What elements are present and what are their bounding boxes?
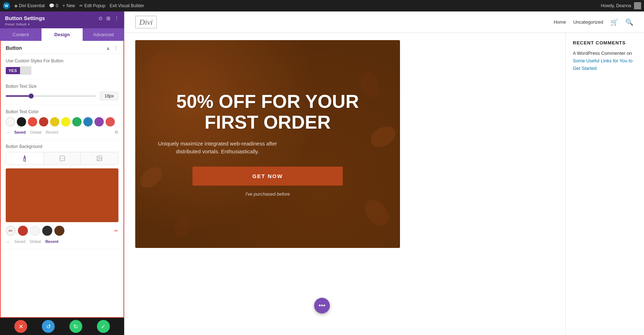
section-more-icon[interactable]: ⋮ <box>113 45 118 51</box>
image-icon <box>96 155 103 162</box>
left-panel: Button Settings ⊙ ⊞ ⋮ Preset: Default ▾ … <box>0 11 125 335</box>
nav-link-home[interactable]: Home <box>553 19 566 25</box>
recent-swatch-3[interactable] <box>42 226 52 236</box>
plus-icon: + <box>63 3 65 8</box>
comments-item[interactable]: 💬 0 <box>49 3 58 8</box>
bg-gradient-tab[interactable] <box>44 152 81 164</box>
hero-content: 50% OFF FOR YOUR FIRST ORDER Uniquely ma… <box>150 91 386 196</box>
reset-color[interactable]: ✏ <box>114 228 118 234</box>
avatar <box>634 2 641 9</box>
recent-tab[interactable]: Recent <box>46 130 58 134</box>
hero-cta-button[interactable]: GET NOW <box>192 167 343 186</box>
section-title: Button <box>6 45 22 51</box>
divi-icon: ◈ <box>14 3 18 8</box>
color-tabs: ··· Saved Global Recent ⚙ <box>6 129 118 135</box>
bg-row: Button Background <box>1 140 123 249</box>
bg-solid-tab[interactable] <box>6 152 44 164</box>
panel-header-icons: ⊙ ⊞ ⋮ <box>98 15 119 21</box>
tab-content[interactable]: Content <box>0 28 42 41</box>
section-header: Button ▲ ⋮ <box>1 41 123 54</box>
redo-button[interactable]: ↻ <box>69 320 82 333</box>
search-icon[interactable]: 🔍 <box>625 18 633 26</box>
exit-builder-item[interactable]: Exit Visual Builder <box>109 3 144 8</box>
hero-section: 50% OFF FOR YOUR FIRST ORDER Uniquely ma… <box>135 40 400 248</box>
nav-link-uncategorized[interactable]: Uncategorized <box>573 19 603 25</box>
hero-subtitle: Uniquely maximize integrated web-readine… <box>150 140 286 156</box>
gear-icon[interactable]: ⚙ <box>114 130 118 135</box>
panel-header-top: Button Settings ⊙ ⊞ ⋮ <box>5 15 119 21</box>
bg-label: Button Background <box>6 144 118 149</box>
wp-logo-item[interactable]: W <box>3 2 10 9</box>
panel-content: Button ▲ ⋮ Use Custom Styles For Button … <box>0 41 124 318</box>
recent-recent-tab[interactable]: Recent <box>45 239 59 244</box>
pencil-icon: ✏ <box>79 3 83 8</box>
content-area: 50% OFF FOR YOUR FIRST ORDER Uniquely ma… <box>125 33 565 335</box>
layout-icon[interactable]: ⊞ <box>106 15 111 21</box>
main-layout: Button Settings ⊙ ⊞ ⋮ Preset: Default ▾ … <box>0 11 644 335</box>
saved-tab[interactable]: Saved <box>14 130 26 134</box>
bottom-toolbar: ✕ ↺ ↻ ✓ <box>0 318 124 335</box>
cart-icon[interactable]: 🛒 <box>610 18 618 26</box>
text-size-row: Button Text Size 18px <box>1 80 123 105</box>
toggle-container: YES <box>6 66 118 75</box>
paint-icon <box>21 155 28 162</box>
tab-design[interactable]: Design <box>42 28 83 41</box>
section-header-icons: ▲ ⋮ <box>106 45 118 51</box>
blue-color-swatch[interactable] <box>83 117 93 126</box>
fab-button[interactable]: ••• <box>314 298 330 314</box>
settings-icon[interactable]: ⊙ <box>98 15 103 21</box>
purple-color-swatch[interactable] <box>94 117 104 126</box>
hero-link[interactable]: I've purchased before <box>150 191 386 197</box>
black-color-swatch[interactable] <box>17 117 26 126</box>
toggle-no[interactable] <box>20 66 31 75</box>
global-tab[interactable]: Global <box>30 130 42 134</box>
recent-swatch-2[interactable] <box>30 226 40 236</box>
comments-icon: 💬 <box>49 3 54 8</box>
recent-dots[interactable]: ··· <box>6 239 10 244</box>
transparent-color-swatch[interactable] <box>6 117 15 126</box>
custom-styles-row: Use Custom Styles For Button YES <box>1 54 123 80</box>
sidebar-text: A WordPress Commenter on Some Useful Lin… <box>573 50 637 72</box>
more-icon[interactable]: ⋮ <box>114 15 119 21</box>
slider-value[interactable]: 18px <box>100 92 118 100</box>
global-recent-tab[interactable]: Global <box>30 239 41 244</box>
svg-point-3 <box>98 157 99 158</box>
color-swatches <box>6 117 118 126</box>
red-color-swatch[interactable] <box>28 117 37 126</box>
check-button[interactable]: ✓ <box>97 320 110 333</box>
color-dots[interactable]: ··· <box>6 129 10 135</box>
right-content: Divi Home Uncategorized 🛒 🔍 <box>125 11 644 335</box>
preset-label[interactable]: Preset: Default ▾ <box>5 23 119 26</box>
green-color-swatch[interactable] <box>72 117 82 126</box>
recent-swatch-4[interactable] <box>54 226 64 236</box>
tab-advanced[interactable]: Advanced <box>83 28 124 41</box>
recent-swatches: ✏ ✏ <box>6 226 118 236</box>
panel-header: Button Settings ⊙ ⊞ ⋮ Preset: Default ▾ <box>0 11 124 28</box>
slider-thumb[interactable] <box>29 94 34 99</box>
yellow-color-swatch[interactable] <box>50 117 59 126</box>
admin-bar-right: Howdy, Deanna <box>601 2 641 9</box>
howdy-text: Howdy, Deanna <box>601 3 631 8</box>
color-preview-large[interactable] <box>6 168 118 222</box>
darkred-color-swatch[interactable] <box>39 117 48 126</box>
new-item[interactable]: + New <box>63 3 75 8</box>
close-button[interactable]: ✕ <box>14 320 27 333</box>
main-content: 50% OFF FOR YOUR FIRST ORDER Uniquely ma… <box>125 33 644 335</box>
bg-type-tabs <box>6 152 118 165</box>
saved-recent-tab[interactable]: Saved <box>14 239 25 244</box>
divi-essential-item[interactable]: ◈ Divi Essential <box>14 3 45 8</box>
brightyellow-color-swatch[interactable] <box>61 117 70 126</box>
slider-fill <box>6 95 31 97</box>
edit-color-icon[interactable]: ✏ <box>6 226 16 236</box>
toggle-yes[interactable]: YES <box>6 67 20 74</box>
edit-popup-item[interactable]: ✏ Edit Popup <box>79 3 106 8</box>
bg-image-tab[interactable] <box>81 152 118 164</box>
reset-button[interactable]: ↺ <box>42 320 55 333</box>
recent-swatch-1[interactable] <box>18 226 28 236</box>
gradient-icon <box>59 155 65 162</box>
text-color-label: Button Text Color <box>6 109 118 114</box>
lightred-color-swatch[interactable] <box>106 117 115 126</box>
chevron-up-icon[interactable]: ▲ <box>106 45 111 51</box>
sidebar-link[interactable]: Some Useful Links for You to Get Started <box>573 58 633 71</box>
custom-styles-label: Use Custom Styles For Button <box>6 58 118 63</box>
